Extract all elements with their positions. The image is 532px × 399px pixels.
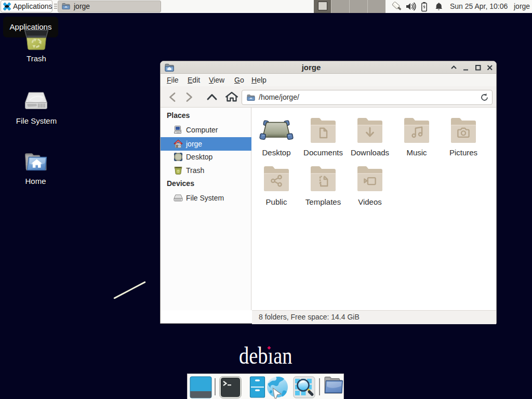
svg-text:debıan: debıan bbox=[239, 342, 292, 368]
